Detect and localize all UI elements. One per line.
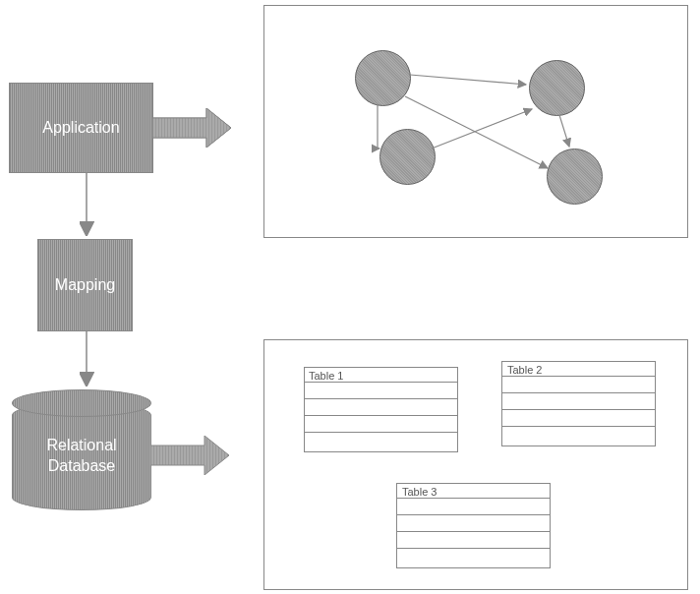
tables-panel: Table 1 Table 2 Table 3: [263, 339, 688, 590]
node-3: [379, 129, 436, 185]
table2: [501, 361, 656, 446]
block-arrow-app: [152, 108, 231, 148]
database-label: Relational Database: [46, 436, 116, 477]
table1: [304, 367, 458, 452]
arrow-mapping-to-db: [77, 330, 96, 391]
table3: [396, 483, 551, 568]
svg-line-6: [410, 75, 526, 85]
block-arrow-db: [150, 436, 229, 475]
graph-edges: [264, 6, 687, 237]
application-label: Application: [42, 118, 119, 139]
svg-line-9: [432, 109, 532, 148]
mapping-label: Mapping: [55, 275, 115, 296]
database-cylinder: Relational Database: [12, 402, 149, 508]
mapping-box: Mapping: [37, 239, 133, 331]
node-2: [529, 60, 585, 116]
svg-line-8: [559, 115, 569, 147]
graph-panel: [263, 5, 688, 238]
node-4: [547, 148, 603, 205]
application-box: Application: [9, 83, 153, 173]
arrow-app-to-mapping: [77, 172, 96, 241]
node-1: [355, 50, 411, 106]
